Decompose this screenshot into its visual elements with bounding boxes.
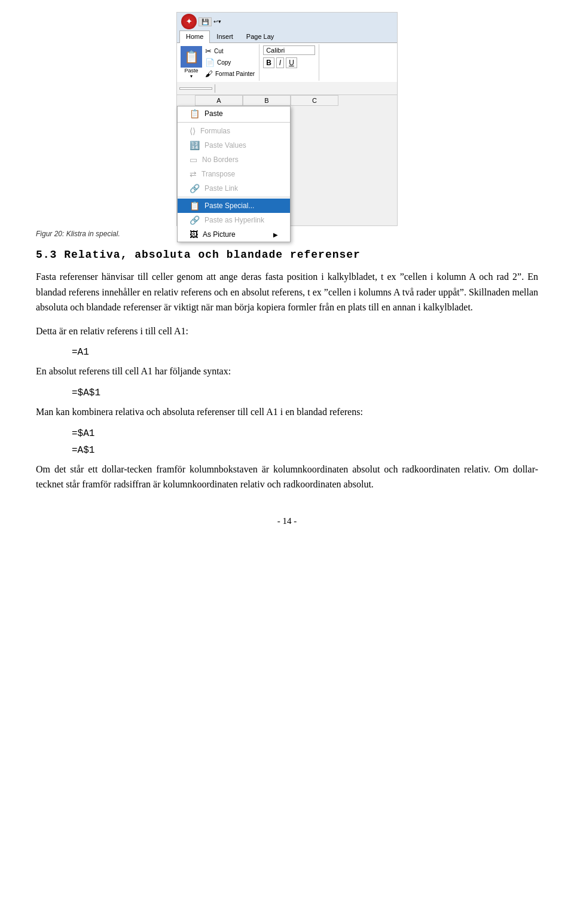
copy-button[interactable]: 📄 Copy xyxy=(203,57,257,68)
menu-paste-special[interactable]: 📋 Paste Special... xyxy=(178,199,290,213)
copy-label: Copy xyxy=(217,59,231,66)
code-mixed-2: =A$1 xyxy=(72,445,538,456)
menu-hyperlink-label: Paste as Hyperlink xyxy=(204,216,264,224)
code-relative: =A1 xyxy=(72,347,538,358)
cut-label: Cut xyxy=(214,48,224,54)
quick-undo[interactable]: ↩▾ xyxy=(213,19,221,25)
paste-label: Paste xyxy=(184,68,198,74)
name-box[interactable] xyxy=(179,87,212,90)
menu-paste-values: 🔢 Paste Values xyxy=(178,138,290,153)
paste-icon: 📋 xyxy=(181,46,202,68)
paragraph-5: Om det står ett dollar-tecken framför ko… xyxy=(36,462,538,492)
section-number: 5.3 xyxy=(36,249,57,261)
underline-button[interactable]: U xyxy=(286,57,297,68)
office-button[interactable]: ✦ xyxy=(181,14,197,29)
menu-noborders-icon: ▭ xyxy=(190,155,197,164)
menu-link-icon: 🔗 xyxy=(190,184,200,193)
menu-formulas: ⟨⟩ Formulas xyxy=(178,124,290,138)
ribbon-tabs: Home Insert Page Lay xyxy=(177,31,397,42)
font-group: Calibri B I U xyxy=(259,44,319,81)
quick-save[interactable]: 💾 xyxy=(199,17,212,26)
formula-bar-separator xyxy=(215,84,215,93)
format-painter-label: Format Painter xyxy=(215,71,255,77)
section-title: Relativa, absoluta och blandade referens… xyxy=(64,249,361,261)
paragraph-4: Man kan kombinera relativa och absoluta … xyxy=(36,404,538,420)
clipboard-group: 📋 Paste ▾ ✂ Cut 📄 Copy 🖌 Format Painter xyxy=(178,44,259,81)
menu-paste-label: Paste xyxy=(204,109,223,118)
menu-paste-icon: 📋 xyxy=(190,109,200,118)
menu-formulas-icon: ⟨⟩ xyxy=(190,126,196,136)
menu-values-label: Paste Values xyxy=(204,141,246,150)
col-header-a: A xyxy=(195,95,243,106)
font-name-box[interactable]: Calibri xyxy=(263,45,315,55)
cut-icon: ✂ xyxy=(205,47,212,56)
paragraph-3: En absolut referens till cell A1 har föl… xyxy=(36,364,538,379)
format-painter-button[interactable]: 🖌 Format Painter xyxy=(203,69,257,79)
copy-icon: 📄 xyxy=(205,58,215,67)
menu-picture-arrow: ▶ xyxy=(273,231,278,238)
format-painter-icon: 🖌 xyxy=(205,69,213,78)
menu-as-picture[interactable]: 🖼 As Picture ▶ xyxy=(178,227,290,242)
menu-picture-icon: 🖼 xyxy=(190,230,198,239)
menu-transpose: ⇄ Transpose xyxy=(178,167,290,181)
menu-values-icon: 🔢 xyxy=(190,141,200,150)
menu-paste-link-label: Paste Link xyxy=(204,184,238,193)
menu-transpose-icon: ⇄ xyxy=(190,169,197,179)
menu-paste[interactable]: 📋 Paste xyxy=(178,106,290,121)
col-header-b: B xyxy=(243,95,291,106)
menu-special-icon: 📋 xyxy=(190,201,200,211)
ribbon-content: 📋 Paste ▾ ✂ Cut 📄 Copy 🖌 Format Painter xyxy=(177,42,397,82)
menu-transpose-label: Transpose xyxy=(201,170,235,178)
menu-sep-1 xyxy=(178,122,290,123)
cut-button[interactable]: ✂ Cut xyxy=(203,46,257,56)
excel-screenshot: ✦ 💾 ↩▾ Home Insert Page Lay 📋 Paste ▾ ✂ … xyxy=(176,12,398,226)
tab-home[interactable]: Home xyxy=(179,31,210,43)
font-style-buttons: B I U xyxy=(263,57,315,68)
paste-dropdown-menu[interactable]: 📋 Paste ⟨⟩ Formulas 🔢 Paste Values ▭ No … xyxy=(177,106,291,242)
column-headers: A B C xyxy=(195,95,397,106)
menu-formulas-label: Formulas xyxy=(200,127,230,135)
paste-button[interactable]: 📋 Paste ▾ xyxy=(181,46,202,79)
menu-no-borders: ▭ No Borders xyxy=(178,153,290,167)
menu-sep-2 xyxy=(178,197,290,197)
tab-insert[interactable]: Insert xyxy=(210,31,240,42)
paragraph-1: Fasta referenser hänvisar till celler ge… xyxy=(36,269,538,315)
ribbon-top-bar: ✦ 💾 ↩▾ xyxy=(177,13,397,31)
small-clipboard-buttons: ✂ Cut 📄 Copy 🖌 Format Painter xyxy=(203,46,257,79)
paragraph-2: Detta är en relativ referens i till cell… xyxy=(36,324,538,339)
menu-noborders-label: No Borders xyxy=(202,155,239,164)
section-heading: 5.3 Relativa, absoluta och blandade refe… xyxy=(36,249,538,261)
formula-bar xyxy=(177,82,397,95)
menu-paste-special-label: Paste Special... xyxy=(204,202,254,210)
tab-pagelayout[interactable]: Page Lay xyxy=(240,31,280,42)
code-absolute: =$A$1 xyxy=(72,388,538,398)
italic-button[interactable]: I xyxy=(276,57,284,68)
code-mixed-1: =$A1 xyxy=(72,428,538,439)
menu-hyperlink-icon: 🔗 xyxy=(190,215,200,225)
page-number: - 14 - xyxy=(36,516,538,526)
menu-paste-hyperlink: 🔗 Paste as Hyperlink xyxy=(178,213,290,227)
bold-button[interactable]: B xyxy=(263,57,274,68)
menu-paste-link: 🔗 Paste Link xyxy=(178,181,290,196)
menu-picture-label: As Picture xyxy=(203,230,236,239)
dropdown-overlay: 8 📋 Paste ⟨⟩ Formulas 🔢 Paste Values ▭ N… xyxy=(177,106,397,225)
col-header-c: C xyxy=(291,95,338,106)
